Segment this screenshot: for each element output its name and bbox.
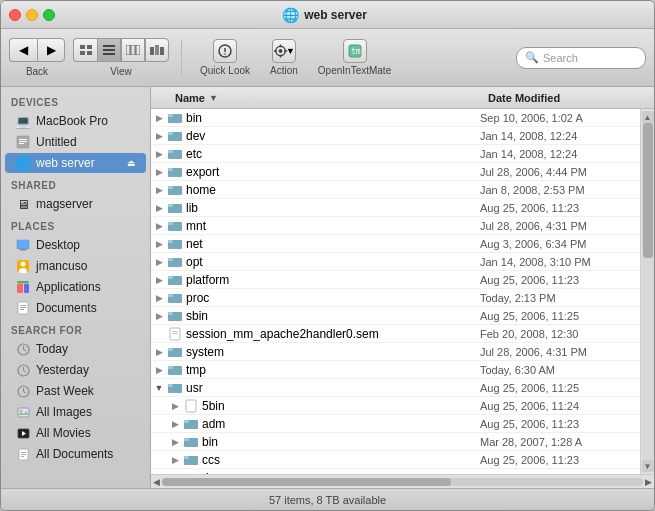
file-name: net	[186, 237, 480, 251]
file-row[interactable]: ▶ platform Aug 25, 2006, 11:23	[151, 271, 640, 289]
file-name: etc	[186, 147, 480, 161]
file-row[interactable]: ▶ net Aug 3, 2006, 6:34 PM	[151, 235, 640, 253]
expand-arrow[interactable]: ▶	[151, 289, 167, 307]
coverflow-view-button[interactable]	[145, 38, 169, 62]
sidebar-item-past-week[interactable]: Past Week	[5, 381, 146, 401]
sidebar-item-documents[interactable]: Documents	[5, 298, 146, 318]
magserver-icon: 🖥	[15, 196, 31, 212]
list-view-button[interactable]	[97, 38, 121, 62]
file-date: Aug 25, 2006, 11:23	[480, 274, 640, 286]
quick-look-button[interactable]: Quick Look	[194, 37, 256, 78]
vertical-scrollbar[interactable]: ▲ ▼	[640, 109, 654, 474]
file-date: Jul 28, 2006, 4:31 PM	[480, 220, 640, 232]
minimize-button[interactable]	[26, 9, 38, 21]
file-date: Feb 20, 2008, 12:30	[480, 328, 640, 340]
sidebar-item-all-images[interactable]: All Images	[5, 402, 146, 422]
sidebar-item-jmancuso[interactable]: jmancuso	[5, 256, 146, 276]
status-bar: 57 items, 8 TB available	[1, 488, 654, 510]
sidebar-item-all-movies[interactable]: All Movies	[5, 423, 146, 443]
scroll-left-button[interactable]: ◀	[153, 477, 160, 487]
svg-line-48	[23, 391, 26, 393]
sidebar-item-macbook-pro[interactable]: 💻 MacBook Pro	[5, 111, 146, 131]
expand-arrow[interactable]: ▶	[151, 199, 167, 217]
expand-arrow[interactable]: ▼	[151, 379, 167, 397]
expand-arrow[interactable]: ▶	[151, 235, 167, 253]
search-box[interactable]: 🔍 Search	[516, 47, 646, 69]
sidebar-item-web-server[interactable]: 🌐 web server ⏏	[5, 153, 146, 173]
sidebar-item-untitled[interactable]: Untitled	[5, 132, 146, 152]
file-row[interactable]: ▶ etc Jan 14, 2008, 12:24	[151, 145, 640, 163]
scroll-h-track[interactable]	[162, 478, 643, 486]
expand-arrow[interactable]: ▶	[151, 127, 167, 145]
expand-arrow[interactable]: ▶	[167, 451, 183, 469]
titlebar: 🌐 web server	[1, 1, 654, 29]
scroll-track[interactable]	[642, 123, 654, 460]
file-row[interactable]: ▶ sbin Aug 25, 2006, 11:25	[151, 307, 640, 325]
file-row[interactable]: ▶ dev Jan 14, 2008, 12:24	[151, 127, 640, 145]
file-row[interactable]: ▶ export Jul 28, 2006, 4:44 PM	[151, 163, 640, 181]
file-date: Today, 6:30 AM	[480, 364, 640, 376]
expand-arrow[interactable]: ▶	[151, 163, 167, 181]
scroll-right-button[interactable]: ▶	[645, 477, 652, 487]
file-icon	[167, 110, 183, 126]
scroll-thumb[interactable]	[643, 123, 653, 258]
file-row[interactable]: ▶ lib Aug 25, 2006, 11:23	[151, 199, 640, 217]
file-row[interactable]: ▼ usr Aug 25, 2006, 11:25	[151, 379, 640, 397]
file-row[interactable]: ▶ mnt Jul 28, 2006, 4:31 PM	[151, 217, 640, 235]
forward-button[interactable]: ▶	[37, 38, 65, 62]
expand-arrow[interactable]: ▶	[151, 307, 167, 325]
file-row[interactable]: ▶ ccs Aug 25, 2006, 11:23	[151, 451, 640, 469]
expand-arrow[interactable]: ▶	[151, 145, 167, 163]
file-row[interactable]: ▶ adm Aug 25, 2006, 11:23	[151, 415, 640, 433]
file-row[interactable]: ▶ opt Jan 14, 2008, 3:10 PM	[151, 253, 640, 271]
action-button[interactable]: ▼ Action	[264, 37, 304, 78]
sidebar-item-desktop[interactable]: Desktop	[5, 235, 146, 255]
name-column-header[interactable]: Name ▼	[167, 92, 480, 104]
file-row[interactable]: ▶ bin Mar 28, 2007, 1:28 A	[151, 433, 640, 451]
svg-rect-7	[126, 45, 130, 55]
expand-arrow[interactable]: ▶	[151, 217, 167, 235]
file-row[interactable]: session_mm_apache2handler0.sem Feb 20, 2…	[151, 325, 640, 343]
expand-arrow[interactable]: ▶	[151, 253, 167, 271]
column-view-button[interactable]	[121, 38, 145, 62]
file-list[interactable]: ▶ bin Sep 10, 2006, 1:02 A ▶ dev	[151, 109, 640, 474]
expand-arrow[interactable]: ▶	[167, 397, 183, 415]
maximize-button[interactable]	[43, 9, 55, 21]
sidebar-item-magserver[interactable]: 🖥 magserver	[5, 194, 146, 214]
file-name: session_mm_apache2handler0.sem	[186, 327, 480, 341]
file-row[interactable]: ▶ 5bin Aug 25, 2006, 11:24	[151, 397, 640, 415]
sidebar-item-yesterday[interactable]: Yesterday	[5, 360, 146, 380]
date-column-header[interactable]: Date Modified	[480, 92, 640, 104]
file-row[interactable]: ▶ system Jul 28, 2006, 4:31 PM	[151, 343, 640, 361]
sidebar-item-label: Yesterday	[36, 363, 89, 377]
expand-arrow[interactable]: ▶	[151, 271, 167, 289]
file-row[interactable]: ▶ home Jan 8, 2008, 2:53 PM	[151, 181, 640, 199]
sidebar-item-applications[interactable]: Applications	[5, 277, 146, 297]
name-col-label: Name	[175, 92, 205, 104]
expand-arrow[interactable]: ▶	[151, 181, 167, 199]
scroll-up-button[interactable]: ▲	[642, 111, 654, 123]
all-movies-icon	[15, 425, 31, 441]
back-button[interactable]: ◀	[9, 38, 37, 62]
file-row[interactable]: ▶ bin Sep 10, 2006, 1:02 A	[151, 109, 640, 127]
horizontal-scrollbar[interactable]: ◀ ▶	[151, 474, 654, 488]
sidebar-item-all-documents[interactable]: All Documents	[5, 444, 146, 464]
window-title: 🌐 web server	[63, 7, 586, 23]
eject-icon[interactable]: ⏏	[127, 158, 136, 168]
expand-arrow[interactable]: ▶	[167, 415, 183, 433]
scroll-h-thumb[interactable]	[162, 478, 451, 486]
scroll-down-button[interactable]: ▼	[642, 460, 654, 472]
open-in-textmate-icon: tm	[343, 39, 367, 63]
icon-view-button[interactable]	[73, 38, 97, 62]
expand-arrow[interactable]: ▶	[151, 361, 167, 379]
close-button[interactable]	[9, 9, 21, 21]
expand-arrow[interactable]: ▶	[167, 433, 183, 451]
sidebar-item-label: MacBook Pro	[36, 114, 108, 128]
expand-arrow[interactable]: ▶	[151, 343, 167, 361]
file-row[interactable]: ▶ tmp Today, 6:30 AM	[151, 361, 640, 379]
expand-arrow[interactable]: ▶	[151, 109, 167, 127]
open-in-textmate-button[interactable]: tm OpenInTextMate	[312, 37, 397, 78]
svg-rect-25	[19, 139, 27, 140]
file-row[interactable]: ▶ proc Today, 2:13 PM	[151, 289, 640, 307]
sidebar-item-today[interactable]: Today	[5, 339, 146, 359]
